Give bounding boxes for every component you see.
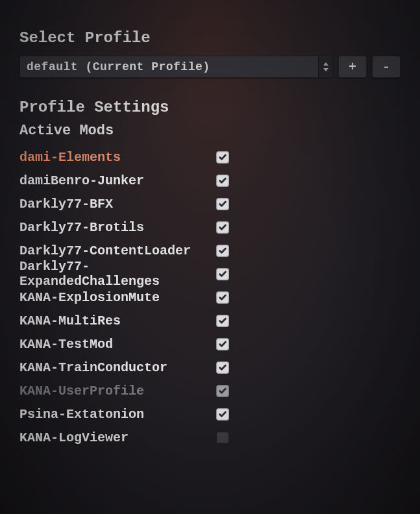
mod-label: Psina-Extatonion — [19, 407, 216, 422]
select-arrows-icon — [318, 56, 332, 77]
remove-profile-button[interactable]: - — [372, 56, 401, 78]
mod-row: dami-Elements — [19, 145, 401, 169]
mod-checkbox[interactable] — [216, 361, 229, 374]
mod-checkbox[interactable] — [216, 198, 229, 210]
mod-label: KANA-MultiRes — [19, 313, 216, 328]
mod-row: KANA-LogViewer — [19, 426, 401, 449]
mod-label: KANA-LogViewer — [19, 430, 216, 445]
mod-checkbox[interactable] — [216, 221, 229, 234]
mod-checkbox[interactable] — [216, 338, 229, 350]
mod-label: KANA-ExplosionMute — [19, 290, 216, 305]
mod-row: damiBenro-Junker — [19, 169, 401, 192]
mod-row: KANA-MultiRes — [19, 309, 401, 332]
mod-row: KANA-TestMod — [19, 332, 401, 356]
mod-label: Darkly77-ContentLoader — [19, 243, 216, 258]
mod-checkbox[interactable] — [216, 408, 229, 421]
mod-row: KANA-UserProfile — [19, 379, 401, 402]
profile-select-value: default (Current Profile) — [27, 60, 210, 73]
mod-label: damiBenro-Junker — [19, 173, 216, 188]
mods-list: dami-ElementsdamiBenro-JunkerDarkly77-BF… — [19, 145, 401, 449]
mod-row: Darkly77-BFX — [19, 192, 401, 215]
mod-checkbox[interactable] — [216, 315, 229, 327]
mod-label: KANA-UserProfile — [19, 384, 216, 398]
mod-row: Darkly77-ExpandedChallenges — [19, 262, 401, 286]
add-profile-button[interactable]: + — [338, 56, 367, 78]
mod-label: KANA-TrainConductor — [19, 360, 216, 375]
mod-checkbox[interactable] — [216, 385, 229, 397]
mod-checkbox[interactable] — [216, 175, 229, 187]
mod-checkbox[interactable] — [216, 245, 229, 257]
mod-checkbox[interactable] — [216, 291, 229, 304]
mod-row: Darkly77-Brotils — [19, 215, 401, 239]
mod-label: Darkly77-BFX — [19, 197, 216, 212]
mod-label: dami-Elements — [19, 150, 216, 165]
mod-row: Psina-Extatonion — [19, 402, 401, 426]
mod-checkbox[interactable] — [216, 432, 229, 444]
mod-checkbox[interactable] — [216, 151, 229, 164]
profile-selector-row: default (Current Profile) + - — [19, 56, 401, 78]
profile-settings-title: Profile Settings — [19, 99, 401, 116]
mod-label: Darkly77-ExpandedChallenges — [19, 259, 216, 289]
active-mods-title: Active Mods — [19, 123, 401, 139]
mod-label: Darkly77-Brotils — [19, 220, 216, 235]
mod-label: KANA-TestMod — [19, 337, 216, 352]
profile-select[interactable]: default (Current Profile) — [19, 56, 333, 78]
mod-checkbox[interactable] — [216, 268, 229, 280]
select-profile-title: Select Profile — [19, 29, 401, 47]
mod-row: KANA-ExplosionMute — [19, 286, 401, 309]
mod-row: KANA-TrainConductor — [19, 356, 401, 379]
